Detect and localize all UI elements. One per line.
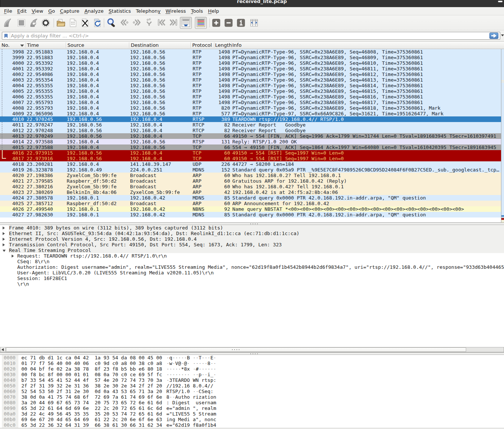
packet-row-selected[interactable]: 4010 22.970245 192.168.0.56 192.168.0.4 … [0, 116, 501, 122]
hex-row[interactable]: 0030 00 f8 bc 8f 00 00 01 01 08 0a 70 c0… [0, 372, 504, 377]
column-separator[interactable] [129, 42, 129, 48]
expand-icon[interactable] [3, 232, 5, 235]
packet-row[interactable]: 4026 27.499540 192.168.0.1 192.168.0.42 … [0, 206, 501, 212]
hex-row[interactable]: 0070 38 0d 0a 41 75 74 68 6f 72 69 7a 61… [0, 394, 504, 400]
detail-row[interactable]: Frame 4010: 389 bytes on wire (3112 bits… [0, 225, 504, 231]
go-first-button[interactable] [156, 18, 167, 28]
packet-row[interactable]: 4018 23.200281 192.168.0.4 141.148.39.14… [0, 161, 501, 167]
menu-item-analyze[interactable]: Analyze [82, 7, 106, 15]
packet-row[interactable]: 4003 22.955354 192.168.0.4 192.168.0.56 … [0, 77, 501, 83]
packet-row[interactable]: 4009 22.965096 192.168.0.4 192.168.0.56 … [0, 111, 501, 116]
packet-row[interactable]: 4020 27.198386 ZyxelCom_5b:99:fe Broadca… [0, 173, 501, 178]
menu-item-telephony[interactable]: Telephony [133, 7, 163, 15]
resize-columns-button[interactable] [250, 19, 258, 27]
detail-horizontal-scrollbar[interactable] [0, 347, 504, 352]
menu-item-view[interactable]: View [29, 7, 46, 15]
save-file-button[interactable] [68, 18, 78, 28]
menu-item-edit[interactable]: Edit [15, 7, 29, 15]
hex-row[interactable]: 0000 ec 71 db d1 1c ca 04 42 1a 93 54 da… [0, 355, 504, 360]
minimize-button[interactable] [498, 1, 503, 2]
column-header-no[interactable]: No. [1, 42, 10, 49]
packet-row[interactable]: 4011 22.970247 192.168.0.56 192.168.0.4 … [0, 122, 501, 128]
packet-row[interactable]: 4007 22.955793 192.168.0.4 192.168.0.56 … [0, 100, 501, 105]
packet-row[interactable]: 4019 26.323878 192.168.0.49 224.0.0.251 … [0, 167, 501, 173]
packet-row[interactable]: 4012 22.970248 192.168.0.56 192.168.0.4 … [0, 128, 501, 133]
column-header-protocol[interactable]: Protocol [192, 42, 212, 49]
column-separator[interactable] [25, 42, 26, 48]
packet-row[interactable]: 3999 22.951883 192.168.0.4 192.168.0.56 … [0, 55, 501, 60]
column-separator[interactable] [66, 42, 66, 48]
packet-row[interactable]: 4004 22.955355 192.168.0.4 192.168.0.56 … [0, 83, 501, 88]
packet-row[interactable]: 4017 22.973916 192.168.0.56 192.168.0.4 … [0, 156, 501, 161]
detail-row[interactable]: Request: TEARDOWN rtsp://192.168.0.4// R… [0, 253, 504, 259]
zoom-out-button[interactable] [224, 19, 233, 27]
column-separator[interactable] [190, 42, 191, 48]
expand-icon[interactable] [3, 238, 5, 241]
close-file-button[interactable] [80, 18, 90, 28]
menu-item-help[interactable]: Help [205, 7, 221, 15]
packet-row[interactable]: 4027 27.982630 192.168.0.1 192.168.0.42 … [0, 212, 501, 217]
packet-row[interactable]: 4022 27.380216 ZyxelCom_5b:99:fe Broadca… [0, 184, 501, 189]
scrollbar-left-stepper[interactable] [0, 347, 6, 352]
packet-row[interactable]: 4000 22.953392 192.168.0.4 192.168.0.56 … [0, 60, 501, 66]
normal-size-button[interactable] [237, 19, 245, 27]
detail-row[interactable]: Real Time Streaming Protocol [0, 247, 504, 253]
detail-row[interactable]: \r\n [0, 281, 504, 287]
go-to-packet-button[interactable] [144, 18, 154, 28]
column-header-time[interactable]: Time [27, 42, 39, 49]
expand-icon[interactable] [12, 255, 14, 258]
scrollbar-handle[interactable] [6, 347, 466, 352]
packet-row[interactable]: 4013 22.970249 192.168.0.56 192.168.0.4 … [0, 133, 501, 139]
packet-row[interactable]: 4002 22.954086 192.168.0.4 192.168.0.56 … [0, 72, 501, 77]
hex-row[interactable]: 0010 01 77 f7 56 40 00 40 06 c0 9d c0 a8… [0, 360, 504, 366]
hex-row[interactable]: 00b0 69 6e 67 20 4d 65 64 69 61 22 2c 20… [0, 417, 504, 422]
auto-scroll-button[interactable] [180, 17, 192, 29]
find-packet-button[interactable] [106, 18, 117, 28]
stop-capture-button[interactable] [16, 18, 27, 28]
reload-file-button[interactable] [92, 18, 103, 28]
packet-row[interactable]: 4016 22.973915 192.168.0.56 192.168.0.4 … [0, 150, 501, 156]
go-last-button[interactable] [168, 18, 179, 28]
menu-item-statistics[interactable]: Statistics [106, 7, 133, 15]
column-header-info[interactable]: Info [232, 42, 242, 49]
packet-row[interactable]: 4001 22.953392 192.168.0.4 192.168.0.56 … [0, 66, 501, 72]
column-header-length[interactable]: Length [215, 42, 232, 49]
detail-row[interactable]: Internet Protocol Version 4, Src: 192.16… [0, 236, 504, 242]
apply-filter-button[interactable] [489, 33, 498, 39]
detail-row[interactable]: Session: 16F28EC1 [0, 276, 504, 281]
detail-row[interactable]: User-Agent: LibVLC/3.0.20 (LIVE555 Strea… [0, 270, 504, 276]
open-file-button[interactable] [55, 18, 66, 28]
menu-item-capture[interactable]: Capture [57, 7, 82, 15]
packet-row[interactable]: 4025 27.385712 Raspberr_df:50:d2 Broadca… [0, 201, 501, 206]
packet-row[interactable]: 4015 22.973588 192.168.0.4 192.168.0.56 … [0, 144, 501, 150]
detail-row[interactable]: CSeq: 8\r\n [0, 259, 504, 264]
packet-row[interactable]: 4005 22.955355 192.168.0.4 192.168.0.56 … [0, 88, 501, 94]
column-header-destination[interactable]: Destination [131, 42, 159, 49]
column-header-source[interactable]: Source [67, 42, 84, 49]
hex-row[interactable]: 0080 3a 20 44 69 67 65 73 74 20 75 73 65… [0, 400, 504, 405]
packet-row[interactable]: 4023 27.380269 BelkinIn_8b:4a:06 ZyxelCo… [0, 189, 501, 195]
detail-row[interactable]: Transmission Control Protocol, Src Port:… [0, 242, 504, 247]
menu-item-file[interactable]: File [1, 7, 15, 15]
column-separator[interactable] [232, 42, 232, 48]
menu-item-go[interactable]: Go [46, 7, 57, 15]
hex-row[interactable]: 0020 00 04 bf fe 02 2a 38 78 8f 23 f8 b5… [0, 366, 504, 372]
hex-row[interactable]: 00c0 65 3d 22 36 32 64 31 39 66 38 61 30… [0, 422, 504, 428]
packet-row[interactable]: 4008 22.955793 192.168.0.4 192.168.0.56 … [0, 105, 501, 111]
packet-row[interactable]: 4006 22.955355 192.168.0.4 192.168.0.56 … [0, 94, 501, 100]
hex-row[interactable]: 0050 2f 2f 31 39 32 2e 31 36 38 2e 30 2e… [0, 383, 504, 389]
bookmark-icon[interactable] [4, 34, 8, 38]
menu-item-wireless[interactable]: Wireless [163, 7, 188, 15]
packet-row[interactable]: 4024 27.380578 192.168.0.1 192.168.0.42 … [0, 195, 501, 201]
restart-capture-button[interactable] [28, 18, 39, 28]
hex-row[interactable]: 0090 65 3d 22 61 64 6d 69 6e 22 2c 20 72… [0, 405, 504, 411]
colorize-button[interactable] [195, 17, 207, 29]
packet-list-scrollbar-minimap[interactable] [501, 49, 504, 222]
zoom-in-button[interactable] [212, 19, 220, 27]
list-detail-splitter[interactable] [0, 222, 504, 225]
filter-dropdown-icon[interactable] [501, 34, 504, 36]
hex-row[interactable]: 00a0 3d 22 4c 49 56 45 35 35 35 20 53 74… [0, 411, 504, 417]
expand-icon[interactable] [3, 226, 5, 229]
go-forward-button[interactable] [132, 18, 142, 28]
detail-hex-splitter[interactable] [0, 352, 504, 355]
